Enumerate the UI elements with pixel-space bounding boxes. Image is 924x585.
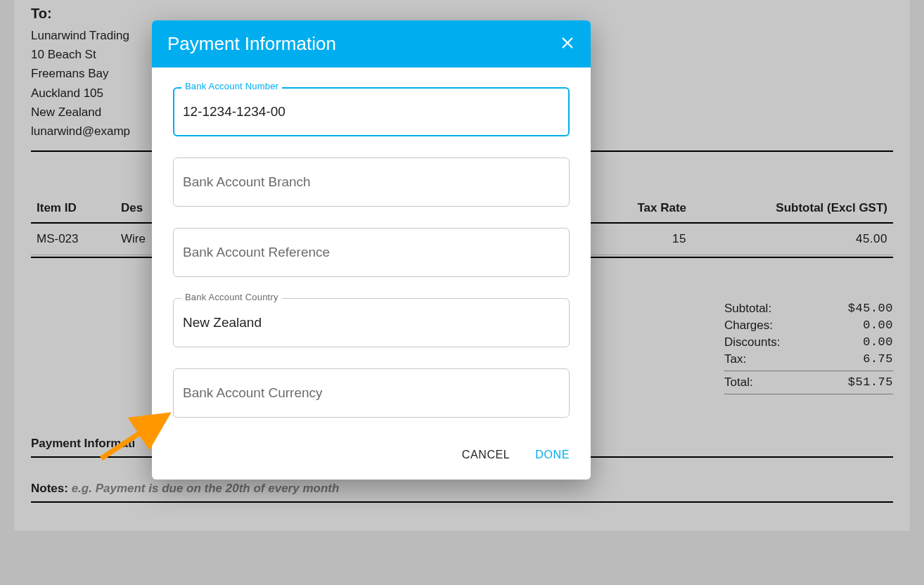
bank-account-country-field[interactable]: Bank Account Country [173, 298, 570, 347]
bank-account-number-input[interactable] [173, 87, 570, 136]
modal-body: Bank Account Number Bank Account Branch … [152, 68, 591, 439]
field-label: Bank Account Number [181, 81, 282, 91]
done-button[interactable]: Done [535, 449, 570, 461]
bank-account-currency-input[interactable] [173, 368, 570, 418]
close-icon [560, 35, 575, 53]
close-button[interactable] [560, 35, 575, 53]
bank-account-number-field[interactable]: Bank Account Number [173, 87, 570, 136]
modal-actions: Cancel Done [152, 439, 591, 480]
cancel-button[interactable]: Cancel [462, 449, 511, 461]
bank-account-currency-field[interactable]: Bank Account Currency [173, 368, 570, 418]
field-label: Bank Account Country [181, 292, 282, 302]
payment-information-modal: Payment Information Bank Account Number … [152, 20, 591, 480]
modal-header: Payment Information [152, 20, 591, 68]
modal-title: Payment Information [167, 33, 336, 55]
bank-account-branch-input[interactable] [173, 158, 570, 207]
bank-account-reference-field[interactable]: Bank Account Reference [173, 228, 570, 277]
bank-account-reference-input[interactable] [173, 228, 570, 277]
bank-account-branch-field[interactable]: Bank Account Branch [173, 158, 570, 207]
bank-account-country-input[interactable] [173, 298, 570, 347]
